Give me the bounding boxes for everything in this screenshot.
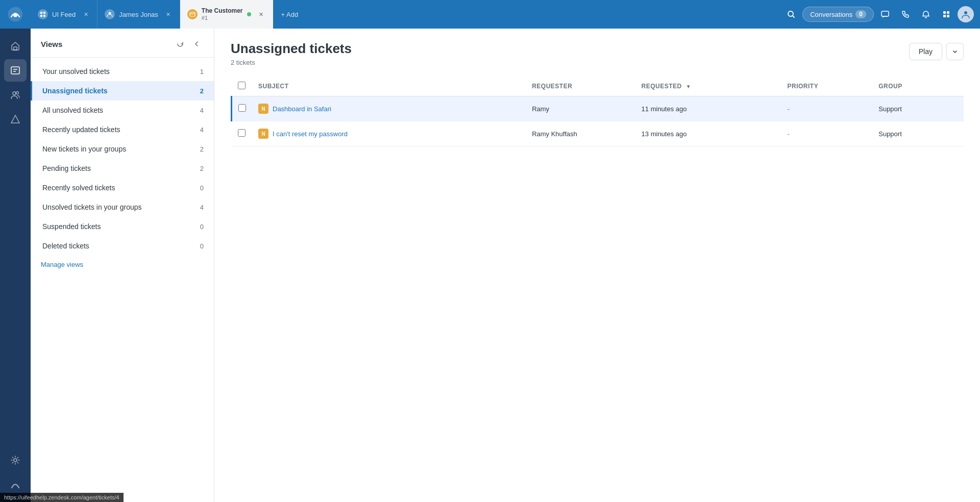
sidebar-item-unsolved-groups[interactable]: Unsolved tickets in your groups 4 <box>31 197 214 217</box>
topbar: UI Feed ✕ James Jonas ✕ The Customer #1 … <box>0 0 980 29</box>
sidebar-item-count: 1 <box>200 68 204 76</box>
select-all-checkbox[interactable] <box>238 82 246 89</box>
ticket-link[interactable]: I can't reset my password <box>273 130 348 138</box>
nav-settings[interactable] <box>4 449 27 471</box>
sidebar-item-label: Recently updated tickets <box>42 126 200 134</box>
search-button[interactable] <box>782 5 800 23</box>
sidebar-item-count: 0 <box>200 223 204 231</box>
svg-point-14 <box>964 11 967 14</box>
row-checkbox[interactable] <box>238 104 246 112</box>
sidebar-item-count: 0 <box>200 184 204 192</box>
add-tab-button[interactable]: + Add <box>273 0 307 29</box>
sort-arrow-icon: ▼ <box>686 84 691 89</box>
refresh-button[interactable] <box>173 37 187 51</box>
status-bar: https://uifeedhelp.zendesk.com/agent/tic… <box>0 493 124 502</box>
nav-tickets[interactable] <box>4 59 27 82</box>
svg-rect-4 <box>40 15 42 17</box>
app-logo[interactable] <box>0 0 31 29</box>
sidebar-item-new-in-groups[interactable]: New tickets in your groups 2 <box>31 139 214 159</box>
phone-button[interactable] <box>896 5 915 23</box>
ticket-link[interactable]: Dashboard in Safari <box>273 105 331 113</box>
col-header-requester: Requester <box>532 83 572 90</box>
svg-rect-5 <box>43 15 45 17</box>
tab-the-customer[interactable]: The Customer #1 ✕ <box>180 0 273 29</box>
sidebar-item-count: 4 <box>200 126 204 134</box>
sidebar-item-label: Recently solved tickets <box>42 184 200 192</box>
tab-close-james-jonas[interactable]: ✕ <box>164 10 173 18</box>
sidebar-item-your-unsolved[interactable]: Your unsolved tickets 1 <box>31 62 214 81</box>
manage-views-link[interactable]: Manage views <box>31 253 93 277</box>
ticket-group: Support <box>872 96 964 121</box>
chat-button[interactable] <box>876 5 894 23</box>
nav-home[interactable] <box>4 35 27 57</box>
tab-text-the-customer: The Customer #1 <box>202 7 243 21</box>
dropdown-button[interactable] <box>946 43 964 60</box>
sidebar-item-count: 2 <box>200 87 204 95</box>
collapse-button[interactable] <box>189 37 204 51</box>
play-button[interactable]: Play <box>909 43 942 60</box>
nav-reports[interactable] <box>4 108 27 131</box>
tab-close-ui-feed[interactable]: ✕ <box>82 10 90 18</box>
tab-icon-the-customer <box>187 9 198 19</box>
sidebar-item-label: Pending tickets <box>42 164 200 172</box>
sidebar-item-suspended[interactable]: Suspended tickets 0 <box>31 217 214 236</box>
tickets-table: Subject Requester Requested ▼ Priority <box>231 77 964 146</box>
sidebar-item-label: Suspended tickets <box>42 222 200 231</box>
sidebar-item-pending[interactable]: Pending tickets 2 <box>31 159 214 178</box>
svg-rect-12 <box>943 15 946 17</box>
page-title: Unassigned tickets <box>231 41 352 57</box>
sidebar-item-count: 2 <box>200 145 204 153</box>
ticket-requester: Ramy <box>526 96 635 121</box>
col-header-requested: Requested <box>642 83 682 90</box>
tab-status-dot <box>247 12 251 16</box>
sidebar-item-unassigned[interactable]: Unassigned tickets 2 <box>31 81 214 101</box>
table-row[interactable]: N I can't reset my password Ramy Khuffas… <box>232 121 964 146</box>
sidebar-item-recently-updated[interactable]: Recently updated tickets 4 <box>31 120 214 139</box>
ticket-count: 2 tickets <box>231 59 352 66</box>
ticket-subject-cell: N I can't reset my password <box>258 129 520 139</box>
conversations-button[interactable]: Conversations 0 <box>802 7 874 22</box>
svg-point-20 <box>16 92 19 94</box>
col-header-priority: Priority <box>788 83 819 90</box>
tab-label-ui-feed: UI Feed <box>52 11 76 18</box>
user-avatar[interactable] <box>958 6 974 22</box>
table-row[interactable]: N Dashboard in Safari Ramy 11 minutes ag… <box>232 96 964 121</box>
row-checkbox[interactable] <box>238 129 246 137</box>
sidebar-item-recently-solved[interactable]: Recently solved tickets 0 <box>31 178 214 197</box>
tab-icon-james-jonas <box>105 9 115 19</box>
add-tab-label: + Add <box>281 11 299 18</box>
nav-bottom <box>4 449 27 496</box>
tab-icon-ui-feed <box>38 9 48 19</box>
sidebar-header: Views <box>31 29 214 58</box>
sidebar-item-label: Deleted tickets <box>42 242 200 250</box>
svg-rect-15 <box>14 47 17 50</box>
ticket-priority: - <box>781 121 873 146</box>
notifications-button[interactable] <box>917 5 935 23</box>
svg-rect-3 <box>43 12 45 14</box>
ticket-subject-cell: N Dashboard in Safari <box>258 104 520 114</box>
sidebar-title: Views <box>41 40 62 48</box>
tab-subtitle-the-customer: #1 <box>202 15 243 21</box>
svg-marker-21 <box>11 115 19 123</box>
svg-rect-10 <box>943 11 946 14</box>
main-layout: Views Your unsolved tickets <box>0 29 980 502</box>
sidebar-item-label: Unassigned tickets <box>42 87 200 95</box>
tab-ui-feed[interactable]: UI Feed ✕ <box>31 0 97 29</box>
tab-label-james-jonas: James Jonas <box>119 11 158 18</box>
tab-close-the-customer[interactable]: ✕ <box>257 10 265 18</box>
sidebar-item-count: 4 <box>200 107 204 114</box>
ticket-requested: 11 minutes ago <box>635 96 781 121</box>
col-header-subject: Subject <box>258 83 289 90</box>
svg-point-19 <box>13 92 16 95</box>
sidebar-item-all-unsolved[interactable]: All unsolved tickets 4 <box>31 101 214 120</box>
svg-rect-9 <box>881 11 889 16</box>
sidebar-list: Your unsolved tickets 1 Unassigned ticke… <box>31 58 214 502</box>
topbar-actions: Conversations 0 <box>776 0 980 29</box>
svg-rect-2 <box>40 12 42 14</box>
ticket-group: Support <box>872 121 964 146</box>
tab-james-jonas[interactable]: James Jonas ✕ <box>97 0 180 29</box>
sidebar-item-count: 0 <box>200 242 204 250</box>
content-title-group: Unassigned tickets 2 tickets <box>231 41 352 66</box>
apps-button[interactable] <box>937 5 955 23</box>
nav-users[interactable] <box>4 84 27 106</box>
